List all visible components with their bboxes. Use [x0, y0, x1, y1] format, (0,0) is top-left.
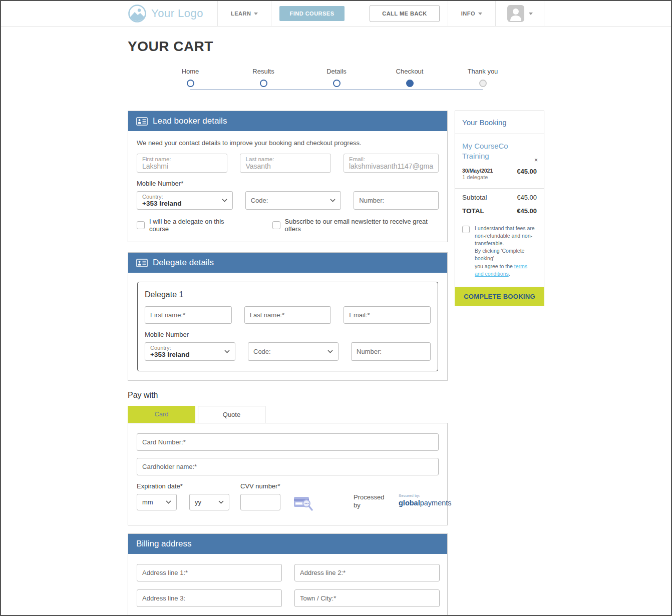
cvv-hint-icon: [293, 495, 313, 512]
subscribe-checkbox-row[interactable]: Subscribe to our email newsletter to rec…: [272, 218, 439, 233]
chevron-down-icon: [330, 199, 335, 202]
total-value: €45.00: [517, 207, 537, 215]
address-line-3-input[interactable]: [137, 589, 282, 607]
delegate-checkbox-label: I will be a delegate on this course: [149, 218, 241, 233]
booking-price: €45.00: [517, 168, 537, 175]
step-results[interactable]: Results: [227, 68, 300, 87]
code-select[interactable]: Code:: [245, 191, 342, 210]
cardholder-name-input[interactable]: [137, 458, 439, 475]
globalpayments-logo: Secured by: globalpayments: [399, 493, 452, 507]
card-number-input[interactable]: [137, 433, 439, 451]
booking-item-name[interactable]: My CourseCo Training: [462, 141, 522, 162]
step-dot-active: [406, 80, 414, 87]
checkbox-icon[interactable]: [272, 221, 280, 229]
totals-section: Subtotal €45.00 TOTAL €45.00: [455, 189, 544, 223]
delegate-last-name-input[interactable]: [244, 306, 331, 324]
delegate-details-title: Delegate details: [153, 258, 214, 268]
gp-light: payments: [420, 499, 452, 507]
main-content: YOUR CART Home Results Details Checkout: [128, 39, 544, 616]
processed-by-label: Processed by: [354, 493, 390, 510]
booking-summary-sidebar: Your Booking My CourseCo Training × 30/M…: [455, 111, 544, 306]
id-card-icon: [136, 117, 148, 126]
delegate-code-select[interactable]: Code:: [248, 342, 339, 361]
nav-learn-menu[interactable]: LEARN: [218, 1, 271, 26]
cvv-input[interactable]: [240, 494, 280, 510]
call-me-back-button[interactable]: CALL ME BACK: [370, 5, 440, 22]
town-city-input[interactable]: [294, 589, 440, 607]
logo-icon: [128, 4, 147, 23]
checkout-stepper: Home Results Details Checkout Thank you: [154, 68, 519, 96]
pay-with-heading: Pay with: [128, 391, 448, 400]
year-value: yy: [195, 498, 201, 506]
year-select[interactable]: yy: [189, 494, 229, 510]
page-frame: Your Logo LEARN FIND COURSES CALL ME BAC…: [0, 0, 672, 616]
delegate-checkbox-row[interactable]: I will be a delegate on this course: [137, 218, 241, 233]
terms-line-1: I understand that fees are non-refundabl…: [475, 225, 537, 248]
nav-divider: [271, 1, 271, 26]
nav-info-menu[interactable]: INFO: [448, 1, 495, 26]
brand-logo[interactable]: Your Logo: [128, 1, 217, 26]
complete-booking-button[interactable]: COMPLETE BOOKING: [455, 287, 544, 306]
step-dot: [260, 80, 267, 87]
first-name-value: Lakshmi: [142, 162, 222, 170]
tab-quote[interactable]: Quote: [198, 406, 265, 423]
brand-name: Your Logo: [151, 7, 203, 20]
terms-line-2: By clicking 'Complete booking': [475, 247, 537, 262]
lead-booker-intro: We need your contact details to improve …: [137, 139, 439, 147]
nav-divider: [544, 1, 544, 26]
step-dot: [187, 80, 194, 87]
first-name-field[interactable]: First name: Lakshmi: [137, 154, 227, 173]
delegate-1-title: Delegate 1: [145, 290, 431, 299]
delegate-email-input[interactable]: [344, 306, 431, 324]
gp-bold: global: [399, 499, 420, 507]
delegate-country-value: +353 Ireland: [150, 351, 189, 358]
last-name-label: Last name:: [245, 156, 325, 162]
page-title: YOUR CART: [128, 39, 544, 55]
step-details[interactable]: Details: [300, 68, 373, 87]
booking-date: 30/May/2021: [462, 168, 493, 174]
avatar-icon: [507, 5, 525, 23]
terms-agreement: I understand that fees are non-refundabl…: [455, 223, 544, 287]
step-label: Home: [182, 68, 199, 75]
tab-card[interactable]: Card: [128, 406, 195, 423]
delegate-country-select[interactable]: Country: +353 Ireland: [145, 342, 235, 361]
number-input[interactable]: [354, 191, 439, 210]
email-value: lakshmivasanth1147@gma: [349, 162, 433, 170]
email-field[interactable]: Email: lakshmivasanth1147@gma: [344, 154, 439, 173]
cvv-number-label: CVV number*: [240, 482, 313, 490]
lead-booker-title: Lead booker details: [153, 116, 227, 126]
terms-checkbox[interactable]: [462, 226, 470, 233]
nav-spacer: [345, 1, 362, 26]
delegate-country-label: Country:: [150, 345, 189, 351]
country-select-value: +353 Ireland: [142, 200, 181, 207]
lead-booker-header: Lead booker details: [128, 111, 447, 131]
last-name-field[interactable]: Last name: Vasanth: [240, 154, 330, 173]
country-select[interactable]: Country: +353 Ireland: [137, 191, 233, 210]
address-line-2-input[interactable]: [294, 564, 440, 581]
your-booking-title: Your Booking: [455, 111, 544, 134]
billing-address-panel: Billing address County:: [128, 533, 448, 616]
chevron-down-icon: [218, 500, 224, 504]
find-courses-button[interactable]: FIND COURSES: [279, 6, 344, 21]
card-payment-panel: Expiration date* mm yy: [128, 423, 448, 525]
code-select-label: Code:: [251, 197, 268, 204]
month-select[interactable]: mm: [137, 494, 177, 510]
delegate-code-label: Code:: [253, 348, 271, 355]
chevron-down-icon: [222, 199, 227, 202]
payment-tabs: Card Quote: [128, 406, 448, 423]
step-dot: [479, 80, 487, 87]
delegate-1-card: Delegate 1 Mobile Number Country:: [137, 282, 438, 371]
checkbox-icon[interactable]: [137, 221, 145, 229]
delegate-number-input[interactable]: [351, 342, 431, 361]
subtotal-value: €45.00: [517, 194, 537, 201]
remove-item-icon[interactable]: ×: [534, 157, 538, 163]
booking-item: My CourseCo Training × 30/May/2021 1 del…: [455, 134, 544, 189]
step-label: Checkout: [396, 68, 424, 75]
step-home[interactable]: Home: [154, 68, 227, 87]
user-menu[interactable]: [496, 1, 544, 26]
address-line-1-input[interactable]: [137, 564, 282, 581]
step-thank-you[interactable]: Thank you: [446, 68, 519, 87]
delegate-first-name-input[interactable]: [145, 306, 232, 324]
id-card-icon: [136, 259, 148, 267]
step-checkout[interactable]: Checkout: [373, 68, 446, 87]
